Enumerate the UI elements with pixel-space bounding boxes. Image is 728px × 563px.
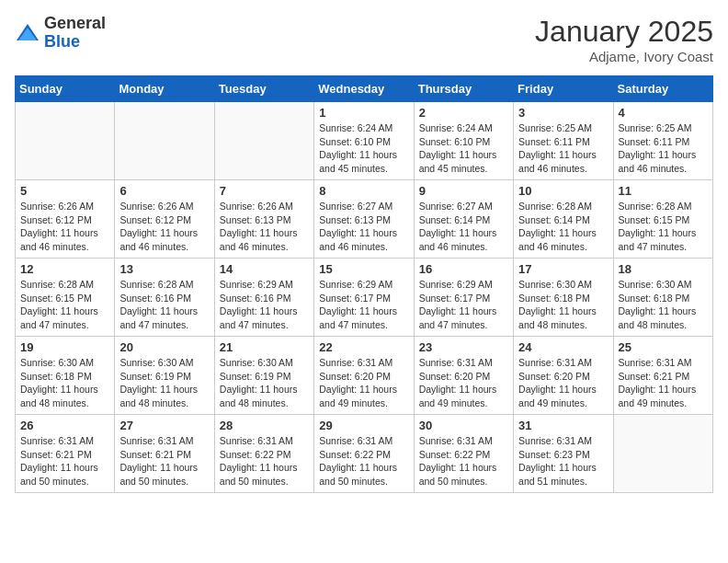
week-row: 26Sunrise: 6:31 AM Sunset: 6:21 PM Dayli… (16, 415, 713, 493)
weekday-header: Friday (514, 76, 613, 102)
calendar-cell: 19Sunrise: 6:30 AM Sunset: 6:18 PM Dayli… (16, 337, 115, 415)
day-number: 10 (518, 184, 608, 198)
day-info: Sunrise: 6:31 AM Sunset: 6:21 PM Dayligh… (119, 434, 209, 488)
day-number: 31 (518, 419, 608, 432)
day-info: Sunrise: 6:31 AM Sunset: 6:21 PM Dayligh… (20, 434, 109, 488)
day-number: 20 (119, 340, 209, 354)
day-number: 26 (20, 419, 109, 432)
day-number: 12 (20, 262, 109, 276)
calendar-cell: 14Sunrise: 6:29 AM Sunset: 6:16 PM Dayli… (214, 259, 313, 337)
day-info: Sunrise: 6:30 AM Sunset: 6:18 PM Dayligh… (619, 278, 708, 332)
day-info: Sunrise: 6:29 AM Sunset: 6:16 PM Dayligh… (220, 278, 309, 332)
calendar-cell (214, 102, 313, 180)
day-info: Sunrise: 6:27 AM Sunset: 6:13 PM Dayligh… (319, 200, 408, 254)
day-info: Sunrise: 6:26 AM Sunset: 6:12 PM Dayligh… (20, 200, 109, 254)
day-number: 9 (419, 184, 508, 198)
calendar-cell: 15Sunrise: 6:29 AM Sunset: 6:17 PM Dayli… (314, 259, 414, 337)
calendar-cell: 28Sunrise: 6:31 AM Sunset: 6:22 PM Dayli… (214, 415, 313, 493)
calendar-cell: 8Sunrise: 6:27 AM Sunset: 6:13 PM Daylig… (314, 180, 414, 259)
calendar-cell: 29Sunrise: 6:31 AM Sunset: 6:22 PM Dayli… (314, 415, 414, 493)
calendar-cell: 26Sunrise: 6:31 AM Sunset: 6:21 PM Dayli… (16, 415, 115, 493)
calendar-cell: 16Sunrise: 6:29 AM Sunset: 6:17 PM Dayli… (414, 259, 513, 337)
day-info: Sunrise: 6:30 AM Sunset: 6:19 PM Dayligh… (119, 356, 209, 410)
weekday-header: Wednesday (314, 76, 414, 102)
calendar-cell: 12Sunrise: 6:28 AM Sunset: 6:15 PM Dayli… (16, 259, 115, 337)
calendar-cell: 11Sunrise: 6:28 AM Sunset: 6:15 PM Dayli… (613, 180, 712, 259)
day-info: Sunrise: 6:31 AM Sunset: 6:20 PM Dayligh… (319, 356, 408, 410)
day-number: 22 (319, 340, 408, 354)
day-number: 2 (419, 106, 508, 120)
day-info: Sunrise: 6:31 AM Sunset: 6:21 PM Dayligh… (619, 356, 708, 410)
weekday-header: Tuesday (214, 76, 313, 102)
day-number: 24 (518, 340, 608, 354)
day-info: Sunrise: 6:31 AM Sunset: 6:20 PM Dayligh… (518, 356, 608, 410)
calendar-cell: 30Sunrise: 6:31 AM Sunset: 6:22 PM Dayli… (414, 415, 513, 493)
day-info: Sunrise: 6:28 AM Sunset: 6:14 PM Dayligh… (518, 200, 608, 254)
day-info: Sunrise: 6:24 AM Sunset: 6:10 PM Dayligh… (319, 121, 408, 176)
week-row: 19Sunrise: 6:30 AM Sunset: 6:18 PM Dayli… (16, 337, 713, 415)
day-number: 1 (319, 106, 408, 120)
day-number: 8 (319, 184, 408, 198)
calendar-cell: 21Sunrise: 6:30 AM Sunset: 6:19 PM Dayli… (214, 337, 313, 415)
day-number: 14 (220, 262, 309, 276)
day-number: 3 (518, 106, 608, 120)
calendar-body: 1Sunrise: 6:24 AM Sunset: 6:10 PM Daylig… (16, 102, 713, 493)
logo-icon (15, 20, 40, 46)
weekday-header: Thursday (414, 76, 513, 102)
calendar-cell: 17Sunrise: 6:30 AM Sunset: 6:18 PM Dayli… (514, 259, 613, 337)
day-number: 29 (319, 419, 408, 432)
week-row: 5Sunrise: 6:26 AM Sunset: 6:12 PM Daylig… (16, 180, 713, 259)
calendar-cell: 23Sunrise: 6:31 AM Sunset: 6:20 PM Dayli… (414, 337, 513, 415)
day-number: 19 (20, 340, 109, 354)
day-number: 5 (20, 184, 109, 198)
calendar-cell (613, 415, 712, 493)
week-row: 1Sunrise: 6:24 AM Sunset: 6:10 PM Daylig… (16, 102, 713, 180)
day-info: Sunrise: 6:31 AM Sunset: 6:23 PM Dayligh… (518, 434, 608, 488)
day-info: Sunrise: 6:31 AM Sunset: 6:22 PM Dayligh… (319, 434, 408, 488)
day-number: 28 (220, 419, 309, 432)
day-info: Sunrise: 6:26 AM Sunset: 6:13 PM Dayligh… (220, 200, 309, 254)
day-number: 15 (319, 262, 408, 276)
calendar-cell: 31Sunrise: 6:31 AM Sunset: 6:23 PM Dayli… (514, 415, 613, 493)
day-info: Sunrise: 6:27 AM Sunset: 6:14 PM Dayligh… (419, 200, 508, 254)
day-number: 25 (619, 340, 708, 354)
calendar-cell: 2Sunrise: 6:24 AM Sunset: 6:10 PM Daylig… (414, 102, 513, 180)
logo-text: General Blue (44, 15, 106, 52)
day-number: 6 (119, 184, 209, 198)
day-info: Sunrise: 6:24 AM Sunset: 6:10 PM Dayligh… (419, 121, 508, 176)
weekday-header: Saturday (613, 76, 712, 102)
calendar: SundayMondayTuesdayWednesdayThursdayFrid… (15, 75, 713, 493)
calendar-cell: 6Sunrise: 6:26 AM Sunset: 6:12 PM Daylig… (115, 180, 214, 259)
day-number: 11 (619, 184, 708, 198)
day-info: Sunrise: 6:30 AM Sunset: 6:18 PM Dayligh… (518, 278, 608, 332)
location: Adjame, Ivory Coast (535, 49, 713, 64)
calendar-header: SundayMondayTuesdayWednesdayThursdayFrid… (16, 76, 713, 102)
day-number: 16 (419, 262, 508, 276)
day-info: Sunrise: 6:25 AM Sunset: 6:11 PM Dayligh… (619, 121, 708, 176)
calendar-cell: 25Sunrise: 6:31 AM Sunset: 6:21 PM Dayli… (613, 337, 712, 415)
weekday-header: Monday (115, 76, 214, 102)
day-number: 18 (619, 262, 708, 276)
calendar-cell: 9Sunrise: 6:27 AM Sunset: 6:14 PM Daylig… (414, 180, 513, 259)
calendar-cell: 4Sunrise: 6:25 AM Sunset: 6:11 PM Daylig… (613, 102, 712, 180)
calendar-cell: 22Sunrise: 6:31 AM Sunset: 6:20 PM Dayli… (314, 337, 414, 415)
day-info: Sunrise: 6:31 AM Sunset: 6:22 PM Dayligh… (220, 434, 309, 488)
calendar-cell: 5Sunrise: 6:26 AM Sunset: 6:12 PM Daylig… (16, 180, 115, 259)
calendar-cell: 3Sunrise: 6:25 AM Sunset: 6:11 PM Daylig… (514, 102, 613, 180)
day-number: 4 (619, 106, 708, 120)
calendar-cell: 13Sunrise: 6:28 AM Sunset: 6:16 PM Dayli… (115, 259, 214, 337)
calendar-cell: 7Sunrise: 6:26 AM Sunset: 6:13 PM Daylig… (214, 180, 313, 259)
day-info: Sunrise: 6:30 AM Sunset: 6:18 PM Dayligh… (20, 356, 109, 410)
calendar-cell: 1Sunrise: 6:24 AM Sunset: 6:10 PM Daylig… (314, 102, 414, 180)
day-info: Sunrise: 6:25 AM Sunset: 6:11 PM Dayligh… (518, 121, 608, 176)
day-info: Sunrise: 6:28 AM Sunset: 6:16 PM Dayligh… (119, 278, 209, 332)
logo-general: General (44, 15, 106, 33)
calendar-cell: 10Sunrise: 6:28 AM Sunset: 6:14 PM Dayli… (514, 180, 613, 259)
day-info: Sunrise: 6:31 AM Sunset: 6:22 PM Dayligh… (419, 434, 508, 488)
day-info: Sunrise: 6:31 AM Sunset: 6:20 PM Dayligh… (419, 356, 508, 410)
day-info: Sunrise: 6:29 AM Sunset: 6:17 PM Dayligh… (419, 278, 508, 332)
day-number: 23 (419, 340, 508, 354)
calendar-cell: 20Sunrise: 6:30 AM Sunset: 6:19 PM Dayli… (115, 337, 214, 415)
day-info: Sunrise: 6:30 AM Sunset: 6:19 PM Dayligh… (220, 356, 309, 410)
calendar-cell: 24Sunrise: 6:31 AM Sunset: 6:20 PM Dayli… (514, 337, 613, 415)
